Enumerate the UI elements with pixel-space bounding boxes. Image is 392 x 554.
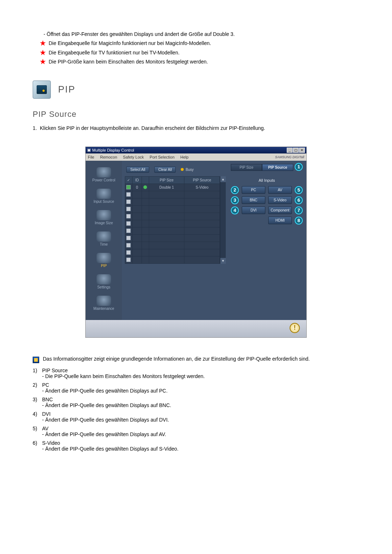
intro-star-2-text: Die Eingabequelle für TV funktioniert nu…	[49, 49, 180, 57]
intro-star-1-text: Die Eingabequelle für MagicInfo funktion…	[49, 40, 211, 47]
menu-remocon[interactable]: Remocon	[100, 155, 117, 159]
menu-port-selection[interactable]: Port Selection	[150, 155, 174, 159]
row-checkbox[interactable]	[126, 229, 131, 233]
sidebar-item-pip[interactable]: PIP	[89, 251, 118, 272]
source-component-button[interactable]: Component	[268, 206, 292, 214]
info-icon[interactable]: !	[290, 323, 300, 333]
def-6-title: S-Video	[42, 440, 60, 446]
intro-star-1: ★ Die Eingabequelle für MagicInfo funkti…	[40, 40, 359, 48]
settings-icon	[97, 274, 111, 284]
busy-dot-icon	[181, 168, 184, 171]
menu-help[interactable]: Help	[180, 155, 189, 159]
row-checkbox[interactable]	[126, 214, 131, 218]
row-checkbox[interactable]	[126, 250, 131, 255]
minimize-button[interactable]: _	[287, 148, 293, 153]
source-av-button[interactable]: AV	[268, 186, 292, 194]
clear-all-button[interactable]: Clear All	[154, 167, 176, 173]
intro-star-2: ★ Die Eingabequelle für TV funktioniert …	[40, 49, 359, 57]
source-svideo-button[interactable]: S-Video	[268, 196, 292, 204]
sidebar-item-power-control[interactable]: Power Control	[89, 166, 118, 186]
def-1-title: PIP Source	[42, 368, 68, 373]
def-4-title: DVI	[42, 411, 50, 417]
sidebar-item-input-source[interactable]: Input Source	[89, 187, 118, 208]
grid-header-check[interactable]: ✓	[125, 176, 132, 184]
row-checkbox[interactable]	[126, 185, 131, 189]
sidebar-label-image-size: Image Size	[95, 221, 113, 225]
grid-row-empty	[125, 191, 220, 198]
source-pc-button[interactable]: PC	[242, 186, 265, 194]
callout-4: 4	[231, 206, 239, 214]
def-6: 6)S-Video Ändert die PIP-Quelle des gewä…	[33, 440, 359, 452]
callout-2: 2	[231, 186, 239, 194]
sidebar-item-image-size[interactable]: Image Size	[89, 209, 118, 229]
row-checkbox[interactable]	[126, 243, 131, 247]
def-3-title: BNC	[42, 397, 53, 402]
maximize-button[interactable]: ▢	[293, 148, 299, 153]
grid-row-empty	[125, 242, 220, 249]
busy-indicator: Busy	[181, 168, 193, 172]
row-pip-source: S-Video	[184, 184, 220, 191]
menubar: File Remocon Safety Lock Port Selection …	[86, 153, 306, 161]
grid-row-empty	[125, 205, 220, 213]
row-checkbox[interactable]	[126, 221, 131, 226]
def-3-sub: Ändert die PIP-Quelle des gewählten Disp…	[45, 402, 171, 408]
source-bnc-button[interactable]: BNC	[242, 196, 265, 204]
scroll-up-icon[interactable]: ▲	[220, 176, 226, 182]
def-5-title: AV	[42, 426, 49, 431]
source-hdmi-button[interactable]: HDMI	[268, 217, 292, 224]
intro-dash-1: Öffnet das PIP-Fenster des gewählten Dis…	[40, 30, 359, 38]
tab-pip-source[interactable]: PIP Source	[262, 164, 293, 171]
step-1-num: 1.	[33, 124, 37, 132]
def-2-title: PC	[42, 382, 49, 388]
menu-safety-lock[interactable]: Safety Lock	[123, 155, 144, 159]
def-6-num: 6)	[33, 440, 40, 446]
grid-row-empty	[125, 249, 220, 256]
grid-row-0[interactable]: 0 Double 1 S-Video	[125, 184, 220, 191]
all-inputs-label: All Inputs	[231, 178, 303, 182]
row-checkbox[interactable]	[126, 258, 131, 262]
source-dvi-button[interactable]: DVI	[242, 206, 265, 214]
pip-source-steps: 1. Klicken Sie PIP in der Hauptsymbollei…	[33, 124, 359, 132]
pip-sidebar-icon	[97, 253, 111, 263]
menu-file[interactable]: File	[88, 155, 94, 159]
grid-header-row: ✓ ID PIP Size PIP Source	[125, 176, 220, 184]
maintenance-icon	[97, 296, 111, 306]
close-button[interactable]: ✕	[299, 148, 305, 153]
star-icon: ★	[40, 58, 46, 66]
sidebar-item-maintenance[interactable]: Maintenance	[89, 294, 118, 315]
row-checkbox[interactable]	[126, 192, 131, 197]
select-all-button[interactable]: Select All	[126, 167, 149, 173]
row-pip-size: Double 1	[149, 184, 184, 191]
intro-notes: Öffnet das PIP-Fenster des gewählten Dis…	[33, 30, 359, 66]
row-checkbox[interactable]	[126, 236, 131, 240]
sidebar-label-input: Input Source	[94, 200, 114, 204]
sidebar-label-pip: PIP	[101, 264, 107, 268]
callout-7: 7	[295, 206, 303, 214]
def-6-sub: Ändert die PIP-Quelle des gewählten Disp…	[45, 446, 179, 452]
window-controls: _ ▢ ✕	[287, 148, 305, 153]
grid-header-status	[142, 176, 149, 184]
def-4-sub: Ändert die PIP-Quelle des gewählten Disp…	[45, 417, 169, 423]
def-1: 1)PIP Source Die PIP-Quelle kann beim Ei…	[33, 368, 359, 379]
grid-row-empty	[125, 220, 220, 227]
intro-star-3-text: Die PIP-Größe kann beim Einschalten des …	[49, 58, 208, 66]
row-checkbox[interactable]	[126, 200, 131, 204]
pip-section-header: PIP	[33, 81, 359, 99]
grid-row-empty	[125, 198, 220, 205]
tab-pip-size[interactable]: PIP Size	[231, 164, 262, 171]
sidebar-label-settings: Settings	[97, 285, 110, 289]
sidebar-item-settings[interactable]: Settings	[89, 273, 118, 294]
display-grid: ✓ ID PIP Size PIP Source 0 Double 1 S-Vi…	[125, 176, 220, 264]
callout-5: 5	[295, 186, 303, 194]
intro-dash-1-text: Öffnet das PIP-Fenster des gewählten Dis…	[47, 30, 235, 38]
row-checkbox[interactable]	[126, 207, 131, 211]
def-2-sub: Ändert die PIP-Quelle des gewählten Disp…	[45, 388, 168, 394]
center-toolbar: Select All Clear All Busy	[125, 164, 227, 176]
sidebar-item-time[interactable]: Time	[89, 230, 118, 251]
callout-1: 1	[295, 163, 303, 171]
def-1-num: 1)	[33, 368, 40, 373]
scroll-down-icon[interactable]: ▼	[220, 258, 226, 264]
def-3-num: 3)	[33, 397, 40, 402]
note-icon	[33, 357, 39, 363]
grid-scrollbar[interactable]: ▲ ▼	[220, 176, 226, 264]
